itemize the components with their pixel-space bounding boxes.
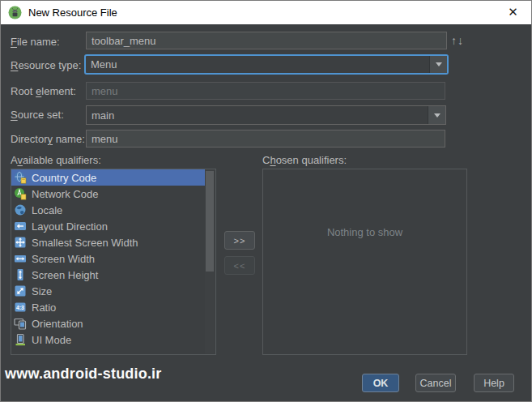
layout-direction-icon	[14, 220, 27, 233]
orientation-icon	[14, 317, 27, 330]
ok-button[interactable]: OK	[362, 374, 399, 392]
smallest-screen-width-icon	[14, 236, 27, 249]
locale-icon	[14, 203, 27, 216]
resource-type-label: Resource type:	[11, 59, 81, 71]
help-button[interactable]: Help	[474, 374, 514, 392]
new-resource-file-dialog: New Resource File ✕ File name: ↑↓ Resour…	[0, 0, 532, 402]
qualifier-item-ratio[interactable]: 4:3 Ratio	[11, 299, 205, 315]
dialog-title: New Resource File	[28, 6, 117, 19]
android-studio-icon	[8, 6, 22, 19]
qualifier-item-screen-height[interactable]: Screen Height	[11, 267, 205, 283]
qualifier-item-smallest-screen-width[interactable]: Smallest Screen Width	[11, 234, 205, 250]
move-left-button: <<	[224, 256, 255, 275]
qualifier-item-size[interactable]: Size	[11, 283, 205, 299]
titlebar: New Resource File ✕	[1, 1, 531, 24]
source-set-combobox[interactable]: main	[86, 105, 446, 125]
qualifier-item-layout-direction[interactable]: Layout Direction	[11, 218, 205, 234]
resource-type-value: Menu	[86, 58, 429, 71]
screen-width-icon	[14, 252, 27, 265]
root-element-input	[86, 82, 445, 100]
file-name-input[interactable]	[86, 32, 447, 49]
scrollbar-thumb[interactable]	[206, 171, 214, 272]
ratio-icon: 4:3	[14, 301, 27, 314]
source-set-dropdown-button[interactable]	[428, 106, 445, 124]
chosen-qualifiers-list: Nothing to show	[262, 169, 467, 355]
network-code-icon	[14, 187, 27, 200]
close-icon[interactable]: ✕	[495, 1, 531, 24]
available-qualifiers-list: Country Code Network Code Locale	[11, 169, 216, 355]
history-updown-icon: ↑↓	[451, 34, 464, 47]
country-code-icon	[14, 171, 27, 184]
scrollbar[interactable]	[205, 170, 215, 353]
directory-name-input[interactable]	[86, 130, 445, 148]
qualifier-item-country-code[interactable]: Country Code	[11, 169, 205, 186]
empty-list-message: Nothing to show	[263, 226, 466, 238]
svg-text:4:3: 4:3	[16, 305, 24, 310]
chevron-down-icon	[434, 113, 440, 118]
resource-type-combobox[interactable]: Menu	[84, 54, 449, 75]
file-name-label: File name:	[11, 36, 60, 48]
ui-mode-icon	[14, 333, 27, 346]
source-set-label: Source set:	[11, 109, 64, 121]
move-right-button[interactable]: >>	[224, 231, 255, 250]
size-icon	[14, 284, 27, 297]
chosen-qualifiers-label: Chosen qualifiers:	[262, 154, 347, 166]
qualifier-item-locale[interactable]: Locale	[11, 202, 205, 218]
directory-name-label: Directory name:	[11, 133, 85, 145]
screen-height-icon	[14, 268, 27, 281]
qualifier-item-ui-mode[interactable]: UI Mode	[11, 331, 205, 348]
resource-type-dropdown-button[interactable]	[429, 56, 447, 73]
watermark-text: www.android-studio.ir	[5, 366, 162, 383]
chevron-down-icon	[436, 62, 442, 66]
qualifier-item-orientation[interactable]: Orientation	[11, 315, 205, 331]
qualifier-item-network-code[interactable]: Network Code	[11, 186, 205, 202]
root-element-label: Root element:	[11, 85, 76, 97]
cancel-button[interactable]: Cancel	[415, 374, 456, 392]
available-qualifiers-label: Available qualifiers:	[11, 154, 101, 166]
qualifier-item-screen-width[interactable]: Screen Width	[11, 250, 205, 267]
source-set-value: main	[87, 109, 428, 122]
